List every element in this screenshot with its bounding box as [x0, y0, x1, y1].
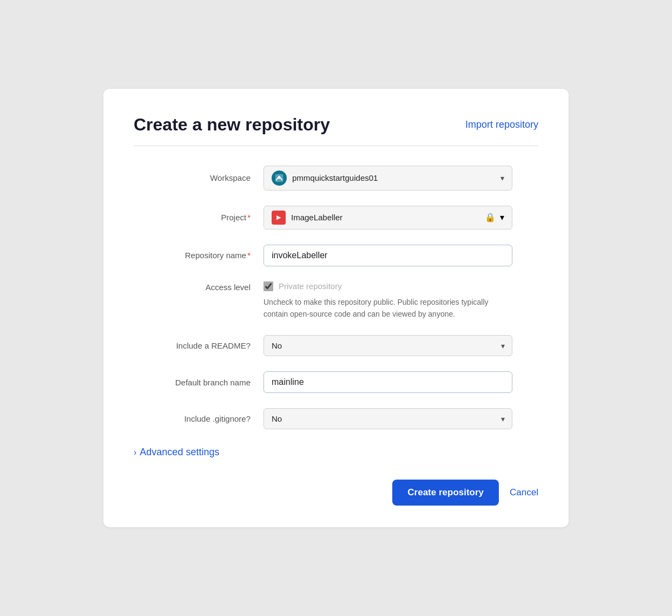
access-description: Uncheck to make this repository public. …: [263, 297, 502, 320]
readme-label: Include a README?: [134, 341, 263, 350]
header-divider: [134, 146, 538, 146]
gitignore-select[interactable]: No Yes: [263, 408, 512, 429]
project-name: ImageLabeller: [291, 213, 485, 222]
readme-select-wrapper: No Yes ▾: [263, 335, 512, 356]
page-title: Create a new repository: [134, 115, 330, 135]
repo-name-control: [263, 245, 538, 266]
workspace-chevron-icon: ▾: [500, 174, 504, 182]
readme-row: Include a README? No Yes ▾: [134, 335, 538, 356]
readme-control: No Yes ▾: [263, 335, 538, 356]
cancel-button[interactable]: Cancel: [510, 487, 538, 498]
advanced-settings-chevron-icon: ›: [134, 448, 136, 457]
workspace-control: pmmquickstartguides01 ▾: [263, 166, 538, 191]
form-body: Workspace pmmquickstartguides01 ▾: [134, 166, 538, 458]
svg-point-1: [278, 177, 280, 179]
advanced-settings-toggle[interactable]: › Advanced settings: [134, 447, 219, 458]
branch-name-input[interactable]: [263, 371, 512, 393]
access-level-row: Access level Private repository Uncheck …: [134, 281, 538, 320]
project-chevron-icon: ▾: [500, 212, 504, 222]
access-level-control: Private repository Uncheck to make this …: [263, 281, 538, 320]
lock-icon: 🔒: [485, 212, 496, 222]
advanced-settings-label: Advanced settings: [140, 447, 219, 458]
gitignore-control: No Yes ▾: [263, 408, 538, 429]
readme-select[interactable]: No Yes: [263, 335, 512, 356]
card-header: Create a new repository Import repositor…: [134, 115, 538, 135]
workspace-label: Workspace: [134, 173, 263, 182]
advanced-settings-row: › Advanced settings: [134, 447, 538, 458]
project-row: Project* ImageLabeller 🔒 ▾: [134, 206, 538, 230]
project-control: ImageLabeller 🔒 ▾: [263, 206, 538, 230]
repo-name-label: Repository name*: [134, 251, 263, 260]
branch-name-control: [263, 371, 538, 393]
private-repo-label: Private repository: [279, 281, 342, 291]
workspace-icon: [272, 171, 287, 186]
create-repo-card: Create a new repository Import repositor…: [103, 89, 569, 527]
gitignore-row: Include .gitignore? No Yes ▾: [134, 408, 538, 429]
repo-name-input[interactable]: [263, 245, 512, 266]
private-repo-checkbox[interactable]: [263, 281, 273, 291]
private-repo-wrap: Private repository: [263, 281, 538, 291]
project-select[interactable]: ImageLabeller 🔒 ▾: [263, 206, 512, 230]
access-level-label: Access level: [134, 281, 263, 292]
footer-actions: Create repository Cancel: [134, 480, 538, 506]
branch-name-label: Default branch name: [134, 378, 263, 387]
workspace-row: Workspace pmmquickstartguides01 ▾: [134, 166, 538, 191]
workspace-name: pmmquickstartguides01: [292, 173, 496, 182]
gitignore-label: Include .gitignore?: [134, 414, 263, 423]
project-icon: [272, 211, 286, 225]
repo-name-row: Repository name*: [134, 245, 538, 266]
create-repository-button[interactable]: Create repository: [392, 480, 499, 506]
import-repository-link[interactable]: Import repository: [465, 119, 538, 130]
branch-name-row: Default branch name: [134, 371, 538, 393]
project-label: Project*: [134, 213, 263, 222]
gitignore-select-wrapper: No Yes ▾: [263, 408, 512, 429]
workspace-select[interactable]: pmmquickstartguides01 ▾: [263, 166, 512, 191]
